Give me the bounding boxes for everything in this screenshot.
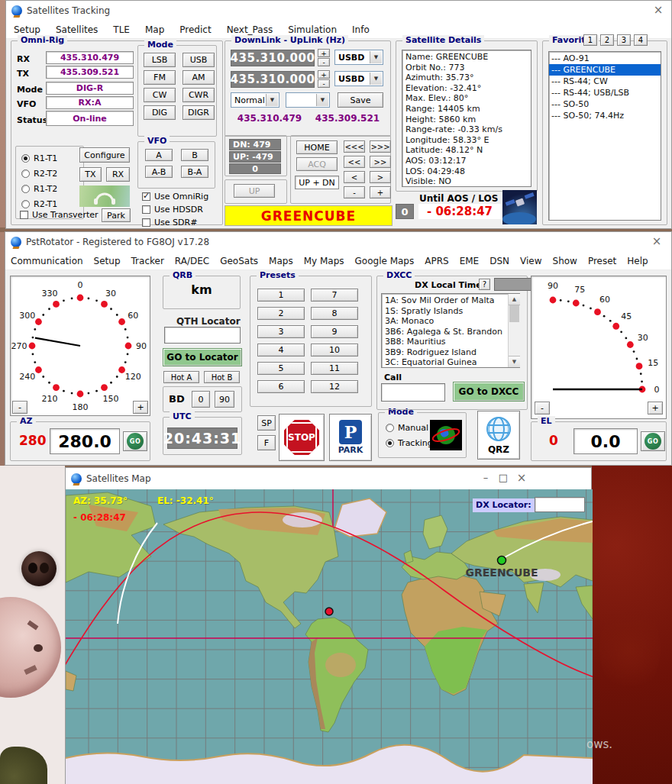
preset-button[interactable]: 2 [257, 307, 305, 320]
favorites-tab[interactable]: 4 [634, 34, 648, 46]
subtone-select[interactable]: ▼ [286, 92, 330, 108]
close-icon[interactable]: × [513, 471, 530, 485]
preset-button[interactable]: 7 [311, 289, 358, 302]
menu-item[interactable]: Communication [5, 256, 89, 266]
favorites-tab[interactable]: 3 [617, 34, 631, 46]
menu-item[interactable]: Preset [583, 256, 622, 266]
close-icon[interactable]: × [650, 3, 667, 17]
scroll-down-icon[interactable]: ▼ [509, 356, 520, 367]
bd-zero-button[interactable]: 0 [192, 391, 210, 408]
menu-item[interactable]: RA/DEC [170, 256, 215, 266]
menu-item[interactable]: Setup [6, 24, 48, 35]
go-to-locator-button[interactable]: GO to Locator [163, 348, 242, 366]
preset-button[interactable]: 10 [311, 344, 358, 357]
tracking-mode-radio[interactable]: Tracking [386, 435, 433, 450]
uplink-step-down-button[interactable]: - [318, 79, 330, 88]
radio-icon[interactable] [386, 439, 394, 447]
scroll-up-icon[interactable]: ▲ [509, 294, 520, 305]
sp-button[interactable]: SP [257, 415, 276, 431]
radio-icon[interactable] [21, 185, 30, 193]
preset-button[interactable]: 4 [257, 344, 305, 357]
menu-item[interactable]: Satellites [48, 24, 105, 35]
elevation-minus-button[interactable]: - [535, 402, 550, 415]
rig-mode-button[interactable]: FM [144, 70, 176, 85]
qrz-button[interactable]: QRZ [477, 411, 520, 460]
f-button[interactable]: F [257, 435, 276, 450]
rx-button[interactable]: RX [106, 167, 130, 182]
downlink-step-down-button[interactable]: - [318, 58, 330, 66]
tx-button[interactable]: TX [79, 167, 102, 182]
el-target-input[interactable]: 0.0 [573, 428, 638, 454]
menu-item[interactable]: Map [137, 24, 172, 35]
rig-pair-radio[interactable]: R1-T1 [21, 150, 57, 166]
world-map[interactable]: GREENCUBE [66, 489, 593, 784]
rig-mode-button[interactable]: LSB [144, 53, 176, 67]
scroll-thumb[interactable] [509, 305, 519, 322]
menu-item[interactable]: Info [344, 24, 377, 35]
menu-item[interactable]: Google Maps [350, 256, 420, 266]
title-bar[interactable]: Satellites Map – □ × [66, 468, 591, 489]
maximize-icon[interactable]: □ [496, 472, 511, 483]
rig-mode-button[interactable]: DIG [144, 105, 176, 120]
checkbox-icon[interactable] [142, 192, 150, 201]
menu-item[interactable]: Show [548, 256, 583, 266]
steering-arrow-button[interactable]: - [344, 186, 365, 198]
dxcc-entry[interactable]: 3B6: Agalega & St. Brandon [382, 327, 519, 337]
azimuth-minus-button[interactable]: - [12, 401, 27, 414]
call-input[interactable] [381, 383, 445, 402]
stop-button[interactable]: STOP [279, 414, 325, 461]
vfo-button[interactable]: A [145, 149, 173, 161]
rig-pair-radio[interactable]: R2-T2 [21, 166, 57, 181]
dxcc-scrollbar[interactable]: ▲ ▼ [508, 294, 520, 367]
rig-pair-radio[interactable]: R1-T2 [21, 181, 57, 196]
go-to-dxcc-button[interactable]: GO to DXCC [453, 382, 525, 402]
steering-arrow-button[interactable]: << [344, 156, 365, 168]
vfo-button[interactable]: B-A [181, 166, 208, 178]
chevron-down-icon[interactable]: ▼ [266, 94, 278, 106]
dxcc-entry[interactable]: 1A: Sov Mil Order of Malta [382, 295, 519, 306]
az-target-input[interactable]: 280.0 [50, 428, 120, 454]
rig-mode-button[interactable]: DIGR [183, 105, 215, 120]
preset-button[interactable]: 8 [311, 307, 358, 320]
chevron-down-icon[interactable]: ▼ [370, 51, 382, 63]
favorite-satellite-item[interactable]: --- GREENCUBE [549, 64, 661, 76]
title-bar[interactable]: PstRotator - Registered to FG8OJ v17.28 … [5, 232, 671, 252]
preset-button[interactable]: 9 [311, 325, 358, 338]
minimize-icon[interactable]: – [478, 472, 493, 483]
dx-time-help-button[interactable]: ? [479, 279, 490, 290]
uplink-step-up-button[interactable]: + [318, 70, 330, 79]
dxcc-entry[interactable]: 3C: Equatorial Guinea [382, 357, 519, 368]
steering-arrow-button[interactable]: > [370, 171, 391, 183]
az-go-button[interactable]: GO [123, 431, 147, 451]
favorite-satellite-item[interactable]: --- RS-44; USB/LSB [549, 87, 661, 98]
up-button[interactable]: UP [234, 184, 275, 198]
steering-arrow-button[interactable]: <<< [344, 140, 365, 153]
vfo-button[interactable]: B [181, 149, 208, 161]
steering-arrow-button[interactable]: + [370, 186, 391, 198]
steering-arrow-button[interactable]: >>> [370, 140, 391, 153]
radio-icon[interactable] [386, 424, 394, 432]
menu-item[interactable]: Tracker [126, 256, 170, 266]
rig-mode-button[interactable]: CW [144, 88, 176, 102]
preset-button[interactable]: 3 [257, 325, 305, 338]
use-transverter-checkbox[interactable]: Use Transverter [20, 208, 99, 221]
preset-button[interactable]: 6 [257, 380, 305, 393]
park-button[interactable]: P PARK [329, 414, 372, 461]
menu-item[interactable]: APRS [419, 256, 454, 266]
hot-b-button[interactable]: Hot B [204, 371, 240, 383]
park-button[interactable]: Park [102, 208, 131, 222]
elevation-dial[interactable]: 0153045607590 [531, 276, 667, 419]
radio-icon[interactable] [21, 200, 30, 208]
radio-icon[interactable] [21, 169, 30, 178]
preset-button[interactable]: 1 [257, 289, 305, 302]
steering-arrow-button[interactable]: >> [370, 156, 391, 168]
menu-item[interactable]: GeoSats [215, 256, 263, 266]
rig-mode-button[interactable]: USB [183, 53, 215, 67]
checkbox-icon[interactable] [142, 205, 150, 214]
menu-item[interactable]: Simulation [280, 24, 344, 35]
qth-locator-input[interactable] [164, 327, 241, 344]
favorite-satellite-item[interactable]: --- RS-44; CW [549, 76, 661, 87]
el-go-button[interactable]: GO [641, 431, 665, 451]
preset-button[interactable]: 11 [311, 362, 358, 375]
chevron-down-icon[interactable]: ▼ [370, 73, 382, 85]
